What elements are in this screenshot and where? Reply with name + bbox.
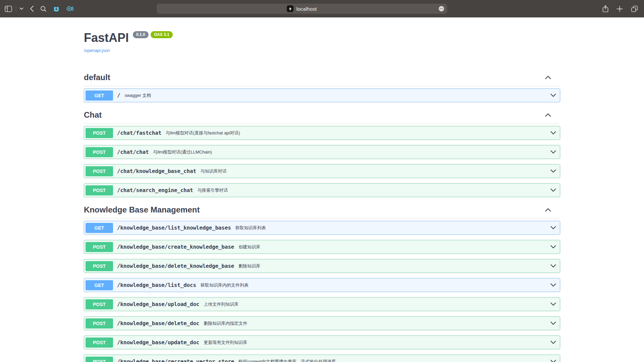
endpoint-description: 更新现有文件到知识库	[204, 340, 247, 346]
method-badge: GET	[86, 223, 113, 233]
api-info: FastAPI 0.1.0 OAS 3.1 /openapi.json	[84, 17, 560, 53]
toolbar-left-group	[5, 0, 80, 17]
openapi-json-link[interactable]: /openapi.json	[84, 48, 110, 53]
page-options-button[interactable]	[439, 6, 444, 11]
plus-icon	[616, 6, 623, 12]
api-sections: default GET / swagger 文档 Chat POST /chat…	[84, 70, 560, 362]
expand-endpoint-icon[interactable]	[550, 188, 556, 192]
sidebar-menu-chevron-button[interactable]	[19, 7, 23, 10]
endpoint-description: 与llm模型对话(直接与fastchat api对话)	[166, 130, 240, 136]
new-tab-button[interactable]	[616, 6, 623, 12]
expand-endpoint-icon[interactable]	[550, 302, 556, 306]
endpoint-path: /chat/knowledge_base_chat	[117, 168, 196, 174]
expand-endpoint-icon[interactable]	[550, 169, 556, 173]
expand-endpoint-icon[interactable]	[550, 283, 556, 287]
address-bar[interactable]: localhost	[157, 4, 447, 14]
method-badge: POST	[86, 128, 113, 138]
endpoint-row[interactable]: POST /chat/fastchat 与llm模型对话(直接与fastchat…	[84, 126, 560, 140]
extension-translate-button[interactable]	[53, 5, 60, 12]
endpoint-row[interactable]: POST /knowledge_base/recreate_vector_sto…	[84, 355, 560, 362]
endpoint-row[interactable]: POST /knowledge_base/create_knowledge_ba…	[84, 240, 560, 254]
expand-endpoint-icon[interactable]	[550, 359, 556, 362]
site-favicon-icon	[287, 5, 293, 12]
endpoint-description: 与llm模型对话(通过LLMChain)	[153, 149, 212, 155]
endpoint-path: /knowledge_base/list_knowledge_bases	[117, 225, 231, 231]
oas-badge: OAS 3.1	[151, 31, 173, 38]
star-broadcast-extension-icon	[66, 5, 73, 12]
endpoint-path: /knowledge_base/update_doc	[117, 339, 199, 346]
endpoint-row[interactable]: POST /chat/search_engine_chat 与搜索引擎对话	[84, 183, 560, 197]
expand-endpoint-icon[interactable]	[550, 264, 556, 268]
toolbar-right-group	[594, 0, 638, 17]
expand-endpoint-icon[interactable]	[550, 321, 556, 325]
api-title-text: FastAPI	[84, 29, 129, 47]
sidebar-toggle-button[interactable]	[5, 6, 12, 12]
sidebar-icon	[5, 6, 12, 12]
endpoint-description: 删除知识库	[238, 263, 260, 269]
endpoint-description: 创建知识库	[238, 244, 260, 250]
section-header[interactable]: Chat	[84, 108, 560, 124]
search-icon	[40, 6, 47, 12]
expand-endpoint-icon[interactable]	[550, 245, 556, 249]
endpoint-row[interactable]: POST /knowledge_base/update_doc 更新现有文件到知…	[84, 336, 560, 349]
endpoint-description: 与知识库对话	[201, 168, 227, 174]
section-title: Knowledge Base Management	[84, 204, 200, 215]
toolbar-divider	[16, 5, 16, 12]
ellipsis-icon	[440, 8, 443, 9]
method-badge: GET	[86, 90, 113, 101]
section-header[interactable]: default	[84, 70, 560, 86]
endpoint-path: /chat/chat	[117, 149, 149, 155]
endpoint-row[interactable]: POST /knowledge_base/upload_doc 上传文件到知识库	[84, 297, 560, 311]
method-badge: POST	[86, 357, 113, 362]
tab-overview-button[interactable]	[631, 5, 638, 12]
method-badge: POST	[86, 185, 113, 195]
collapse-section-icon[interactable]	[545, 113, 551, 117]
collapse-section-icon[interactable]	[545, 75, 551, 80]
endpoint-description: 获取知识库列表	[235, 225, 266, 231]
expand-endpoint-icon[interactable]	[550, 131, 556, 135]
tabs-icon	[631, 5, 638, 12]
endpoint-path: /knowledge_base/delete_doc	[117, 320, 199, 326]
method-badge: POST	[86, 318, 113, 328]
section-header[interactable]: Knowledge Base Management	[84, 202, 560, 219]
cat-shield-extension-icon	[53, 5, 60, 12]
endpoint-path: /knowledge_base/list_docs	[117, 282, 196, 288]
expand-endpoint-icon[interactable]	[550, 340, 556, 345]
endpoint-row[interactable]: POST /knowledge_base/delete_knowledge_ba…	[84, 259, 560, 273]
endpoint-row[interactable]: POST /knowledge_base/delete_doc 删除知识库内指定…	[84, 316, 560, 330]
collapse-section-icon[interactable]	[545, 207, 551, 212]
endpoint-row[interactable]: GET /knowledge_base/list_knowledge_bases…	[84, 221, 560, 235]
endpoint-description: 上传文件到知识库	[204, 301, 238, 307]
expand-endpoint-icon[interactable]	[550, 226, 556, 230]
api-tag-section: Knowledge Base Management GET /knowledge…	[84, 202, 560, 362]
endpoint-row[interactable]: GET / swagger 文档	[84, 88, 560, 102]
expand-endpoint-icon[interactable]	[550, 150, 556, 154]
endpoint-description: 删除知识库内指定文件	[204, 320, 247, 326]
chevron-down-icon	[19, 7, 23, 10]
section-operations: GET /knowledge_base/list_knowledge_bases…	[84, 219, 560, 362]
endpoint-path: /knowledge_base/upload_doc	[117, 301, 199, 307]
method-badge: POST	[86, 242, 113, 252]
section-operations: POST /chat/fastchat 与llm模型对话(直接与fastchat…	[84, 124, 560, 197]
back-chevron-icon	[30, 5, 34, 12]
endpoint-row[interactable]: GET /knowledge_base/list_docs 获取知识库内的文件列…	[84, 278, 560, 292]
endpoint-path: /knowledge_base/create_knowledge_base	[117, 244, 234, 250]
endpoint-description: 与搜索引擎对话	[197, 187, 228, 193]
api-tag-section: default GET / swagger 文档	[84, 70, 560, 102]
expand-endpoint-icon[interactable]	[550, 93, 556, 98]
endpoint-row[interactable]: POST /chat/knowledge_base_chat 与知识库对话	[84, 164, 560, 178]
endpoint-row[interactable]: POST /chat/chat 与llm模型对话(通过LLMChain)	[84, 145, 560, 159]
back-button[interactable]	[30, 5, 34, 12]
share-button[interactable]	[602, 5, 608, 12]
api-tag-section: Chat POST /chat/fastchat 与llm模型对话(直接与fas…	[84, 108, 560, 197]
endpoint-description: 获取知识库内的文件列表	[201, 282, 249, 288]
method-badge: POST	[86, 166, 113, 176]
address-url: localhost	[296, 6, 317, 12]
endpoint-path: /knowledge_base/recreate_vector_store	[117, 358, 234, 362]
section-title: Chat	[84, 109, 102, 120]
extension-live-button[interactable]	[66, 5, 73, 12]
browser-toolbar: localhost	[0, 0, 644, 17]
endpoint-path: /knowledge_base/delete_knowledge_base	[117, 263, 234, 269]
search-button[interactable]	[40, 6, 47, 12]
swagger-page: FastAPI 0.1.0 OAS 3.1 /openapi.json defa…	[0, 17, 644, 362]
